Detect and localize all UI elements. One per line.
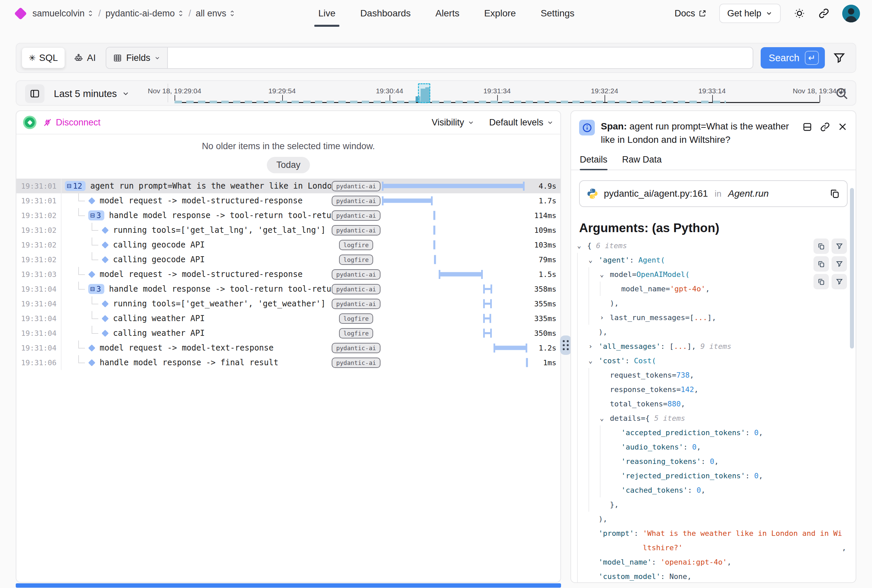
timeline-axis[interactable]: Nov 18, 19:29:0419:29:5419:30:4419:31:34…: [16, 81, 856, 105]
collapse-badge[interactable]: ⊟3: [88, 284, 104, 294]
trace-row[interactable]: 19:31:02⊟3handle model response -> tool-…: [16, 208, 560, 223]
trace-row[interactable]: 19:31:01⊟12agent run prompt=What is the …: [16, 178, 560, 194]
tree-elbow-connector: [78, 194, 85, 201]
trace-row-label: calling weather API: [113, 314, 205, 323]
theme-toggle-sun-icon[interactable]: [793, 8, 806, 20]
tab-settings[interactable]: Settings: [541, 0, 574, 27]
filter-funnel-icon[interactable]: [832, 256, 847, 272]
close-icon[interactable]: [838, 122, 848, 147]
trace-row[interactable]: 19:31:02calling geocode APIlogfire103ms: [16, 237, 560, 252]
chevron-placeholder: [611, 483, 621, 497]
trace-row-label: model request -> model-structured-respon…: [100, 270, 303, 279]
copy-link-icon[interactable]: [820, 122, 830, 147]
copy-icon[interactable]: [814, 238, 829, 254]
default-levels-dropdown[interactable]: Default levels: [489, 117, 554, 128]
duration-tick: [434, 255, 436, 264]
enter-key-icon: ↵: [805, 51, 819, 65]
ai-mode-button[interactable]: AI: [73, 52, 96, 63]
trace-row[interactable]: 19:31:04⊟3handle model response -> tool-…: [16, 282, 560, 296]
expand-chevron-icon[interactable]: ⌄: [589, 354, 598, 368]
trace-row[interactable]: 19:31:04running tools=['get_weather', 'g…: [16, 296, 560, 311]
code-token: 'gpt-4o': [670, 282, 706, 296]
trace-row[interactable]: 19:31:04calling weather APIlogfire335ms: [16, 311, 560, 326]
copy-icon[interactable]: [830, 188, 840, 199]
expand-chevron-icon[interactable]: ›: [589, 339, 598, 354]
expand-chevron-icon[interactable]: ›: [600, 310, 610, 325]
filter-funnel-icon[interactable]: [833, 51, 846, 64]
trace-row-duration: 1.5s: [528, 270, 560, 279]
docs-link[interactable]: Docs: [674, 8, 707, 19]
breadcrumb-item-all envs[interactable]: all envs: [196, 8, 235, 19]
tree-elbow-connector: [91, 326, 98, 334]
visibility-dropdown[interactable]: Visibility: [432, 117, 475, 128]
expand-chevron-icon[interactable]: ⌄: [600, 411, 610, 426]
tab-dashboards[interactable]: Dashboards: [360, 0, 411, 27]
trace-row[interactable]: 19:31:04calling weather APIlogfire350ms: [16, 326, 560, 340]
magnifier-plus-icon[interactable]: [834, 86, 850, 101]
logfire-logo-icon[interactable]: [14, 7, 27, 20]
trace-row[interactable]: 19:31:06handle model response -> final r…: [16, 355, 560, 370]
search-input[interactable]: [168, 48, 753, 68]
copy-icon[interactable]: [814, 274, 829, 290]
code-token: {: [587, 238, 596, 253]
copy-icon[interactable]: [814, 256, 829, 272]
trace-row-duration-lane: [381, 267, 528, 282]
expand-chevron-icon[interactable]: ⌄: [577, 238, 587, 253]
collapse-count: 3: [96, 285, 101, 293]
indent-guide: [600, 483, 611, 497]
tab-alerts[interactable]: Alerts: [435, 0, 459, 27]
tab-live[interactable]: Live: [318, 0, 336, 27]
external-link-icon: [698, 9, 707, 17]
share-link-icon[interactable]: [818, 8, 830, 19]
chevron-placeholder: [589, 526, 598, 540]
span-diamond-icon: [88, 197, 95, 204]
timeline-selection-window[interactable]: [418, 83, 430, 103]
dock-panel-icon[interactable]: [802, 122, 812, 147]
collapse-badge[interactable]: ⊟3: [88, 210, 104, 220]
detail-tab-raw-data[interactable]: Raw Data: [622, 154, 662, 170]
tree-elbow-connector: [78, 267, 85, 275]
trace-row-duration-lane: [381, 223, 528, 237]
source-function: Agent.run: [728, 188, 769, 199]
panel-resize-handle[interactable]: [560, 336, 571, 355]
code-token: 0: [754, 426, 758, 440]
code-token: ,: [694, 382, 698, 397]
code-token: ,: [681, 397, 685, 411]
filter-funnel-icon[interactable]: [832, 274, 847, 290]
empty-window-message: No older items in the selected time wind…: [16, 141, 560, 152]
user-avatar[interactable]: [842, 4, 860, 22]
today-button[interactable]: Today: [267, 157, 310, 173]
trace-row[interactable]: 19:31:02calling geocode APIlogfire79ms: [16, 252, 560, 267]
code-actions: [814, 238, 847, 290]
filter-funnel-icon[interactable]: [832, 238, 847, 254]
trace-row[interactable]: 19:31:03model request -> model-structure…: [16, 267, 560, 282]
trace-row[interactable]: 19:31:01model request -> model-structure…: [16, 194, 560, 208]
fields-button[interactable]: Fields: [106, 48, 168, 68]
code-token: model=: [610, 267, 636, 282]
detail-scrollbar-thumb[interactable]: [850, 188, 854, 348]
collapse-badge[interactable]: ⊟12: [65, 181, 85, 191]
disconnect-button[interactable]: Disconnect: [42, 117, 100, 128]
tab-explore[interactable]: Explore: [484, 0, 516, 27]
trace-row[interactable]: 19:31:02running tools=['get_lat_lng', 'g…: [16, 223, 560, 237]
code-token: 'custom_model': [598, 569, 660, 583]
breadcrumb-item-pydantic-ai-demo[interactable]: pydantic-ai-demo: [106, 8, 184, 19]
detail-tab-details[interactable]: Details: [580, 154, 608, 170]
arguments-code: ⌄{ 6 items⌄'agent': Agent(⌄model=OpenAIM…: [577, 238, 856, 583]
code-token: ,: [689, 368, 694, 382]
code-action-row: [814, 274, 847, 290]
chevron-down-icon: [467, 119, 475, 126]
breadcrumb-item-samuelcolvin[interactable]: samuelcolvin: [33, 8, 94, 19]
get-help-button[interactable]: Get help: [719, 4, 781, 23]
expand-chevron-icon[interactable]: ⌄: [600, 267, 610, 282]
indent-guide: [589, 282, 600, 296]
duration-tick: [433, 240, 435, 249]
source-location[interactable]: pydantic_ai/agent.py:161 in Agent.run: [579, 180, 848, 207]
search-button[interactable]: Search ↵: [761, 47, 825, 69]
scope-tag: pydantic-ai: [332, 343, 380, 353]
span-detail-header: Span: agent run prompt=What is the weath…: [571, 111, 856, 149]
expand-chevron-icon[interactable]: ⌄: [589, 253, 598, 267]
sql-mode-button[interactable]: ✳ SQL: [22, 48, 65, 68]
trace-row[interactable]: 19:31:04model request -> model-text-resp…: [16, 340, 560, 355]
trace-row-tag-cell: pydantic-ai: [331, 210, 381, 221]
